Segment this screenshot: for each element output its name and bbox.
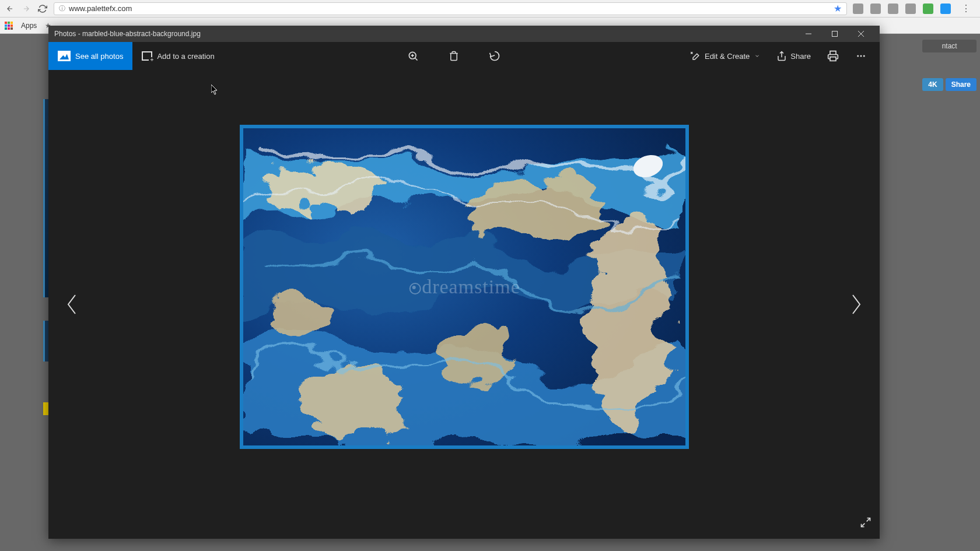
svg-rect-8 (830, 57, 836, 61)
edit-create-label: Edit & Create (705, 52, 750, 61)
more-options-button[interactable] (849, 44, 873, 68)
svg-line-5 (415, 58, 418, 61)
extension-icons (853, 3, 951, 14)
see-all-label: See all photos (75, 52, 123, 61)
window-controls (795, 26, 874, 42)
ellipsis-icon (856, 51, 866, 61)
photos-icon (58, 51, 71, 61)
page-btn-4k[interactable]: 4K (922, 78, 943, 91)
minimize-button[interactable] (795, 26, 821, 42)
site-info-icon[interactable]: ⓘ (59, 4, 65, 13)
previous-image-button[interactable] (60, 287, 83, 322)
page-nav-contact[interactable]: ntact (922, 40, 977, 52)
print-icon (827, 50, 839, 62)
rotate-button[interactable] (483, 44, 506, 68)
svg-line-20 (867, 518, 870, 522)
svg-point-17 (429, 327, 499, 373)
back-button[interactable] (5, 3, 15, 14)
fullscreen-button[interactable] (860, 517, 872, 531)
extension-icon[interactable] (870, 3, 881, 14)
add-creation-label: Add to a creation (157, 52, 214, 61)
see-all-photos-button[interactable]: See all photos (48, 42, 132, 70)
extension-icon[interactable] (923, 3, 933, 14)
extension-icon[interactable] (888, 3, 898, 14)
svg-point-13 (254, 152, 371, 198)
edit-create-button[interactable]: Edit & Create (684, 44, 766, 68)
url-text: www.palettefx.com (69, 4, 132, 13)
delete-button[interactable] (442, 44, 466, 68)
apps-label[interactable]: Apps (21, 22, 37, 30)
photos-toolbar: See all photos Add to a creation Edit & (48, 42, 880, 70)
zoom-button[interactable] (401, 44, 425, 68)
page-peek-right: ntact 4K Share (922, 40, 977, 91)
forward-button[interactable] (21, 3, 32, 14)
photos-titlebar[interactable]: Photos - marbled-blue-abstract-backgroun… (48, 26, 880, 42)
svg-line-21 (862, 524, 865, 527)
print-button[interactable] (821, 44, 845, 68)
share-label: Share (790, 52, 811, 61)
watermark: dreamstime (408, 276, 520, 298)
bookmark-star-icon[interactable]: ★ (834, 3, 842, 14)
next-image-button[interactable] (845, 287, 868, 322)
chrome-menu-icon[interactable]: ⋮ (957, 3, 975, 14)
svg-point-10 (860, 55, 862, 57)
share-icon (776, 51, 787, 61)
add-creation-icon (142, 51, 152, 61)
extension-icon[interactable] (905, 3, 916, 14)
svg-point-15 (575, 210, 657, 420)
svg-point-9 (857, 55, 859, 57)
svg-point-16 (295, 356, 400, 426)
svg-point-18 (260, 283, 318, 324)
extension-icon[interactable] (853, 3, 863, 14)
apps-icon[interactable] (5, 22, 13, 30)
svg-point-11 (863, 55, 865, 57)
close-button[interactable] (848, 26, 874, 42)
window-title: Photos - marbled-blue-abstract-backgroun… (54, 30, 795, 38)
displayed-image[interactable]: dreamstime (240, 125, 689, 449)
add-to-creation-button[interactable]: Add to a creation (132, 42, 223, 70)
photos-app-window: Photos - marbled-blue-abstract-backgroun… (48, 26, 880, 539)
image-viewer: dreamstime (48, 70, 880, 539)
browser-toolbar: ⓘ www.palettefx.com ★ ⋮ (0, 0, 980, 17)
maximize-button[interactable] (821, 26, 848, 42)
edit-icon (690, 51, 700, 61)
extension-icon[interactable] (940, 3, 951, 14)
url-bar[interactable]: ⓘ www.palettefx.com ★ (54, 2, 847, 15)
svg-rect-1 (832, 31, 837, 37)
chevron-down-icon (754, 53, 760, 59)
share-button[interactable]: Share (771, 44, 817, 68)
reload-button[interactable] (37, 3, 48, 14)
page-btn-share[interactable]: Share (946, 78, 977, 91)
